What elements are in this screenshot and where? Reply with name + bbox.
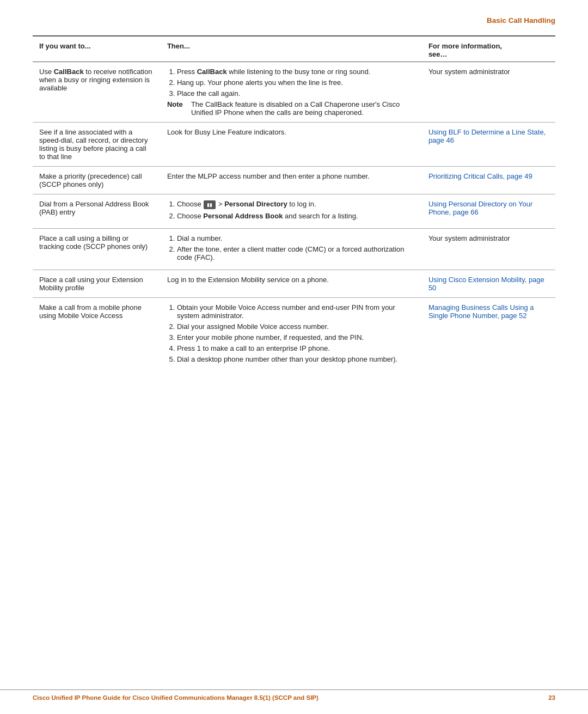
footer-page: 23 xyxy=(548,694,555,701)
table-row-see-4: Your system administrator xyxy=(422,228,555,270)
col-if-header: If you want to... xyxy=(33,36,161,62)
table-row-then-0: Press CallBack while listening to the bu… xyxy=(161,62,422,123)
col-more-header: For more information,see… xyxy=(422,36,555,62)
table-row-then-4: Dial a number.After the tone, enter a cl… xyxy=(161,228,422,270)
main-table: If you want to... Then... For more infor… xyxy=(33,35,555,371)
page-footer: Cisco Unified IP Phone Guide for Cisco U… xyxy=(0,689,588,701)
see-link-6[interactable]: Managing Business Calls Using a Single P… xyxy=(428,303,534,320)
table-row-if-2: Make a priority (precedence) call (SCCP … xyxy=(33,167,161,194)
table-row-see-3: Using Personal Directory on Your Phone, … xyxy=(422,194,555,229)
table-row-see-0: Your system administrator xyxy=(422,62,555,123)
see-link-2[interactable]: Prioritizing Critical Calls, page 49 xyxy=(428,172,532,180)
table-row-see-1: Using BLF to Determine a Line State, pag… xyxy=(422,123,555,167)
header-title: Basic Call Handling xyxy=(487,16,555,25)
table-row-if-3: Dial from a Personal Address Book (PAB) … xyxy=(33,194,161,229)
page: Basic Call Handling If you want to... Th… xyxy=(0,0,588,714)
see-link-3[interactable]: Using Personal Directory on Your Phone, … xyxy=(428,200,533,216)
table-row-then-5: Log in to the Extension Mobility service… xyxy=(161,270,422,297)
table-row-then-1: Look for Busy Line Feature indicators. xyxy=(161,123,422,167)
table-row-then-2: Enter the MLPP access number and then en… xyxy=(161,167,422,194)
table-row-if-6: Make a call from a mobile phone using Mo… xyxy=(33,297,161,371)
table-row-if-4: Place a call using a billing or tracking… xyxy=(33,228,161,270)
table-row-if-0: Use CallBack to receive notification whe… xyxy=(33,62,161,123)
table-row-see-2: Prioritizing Critical Calls, page 49 xyxy=(422,167,555,194)
table-row-then-3: Choose ▮▮ > Personal Directory to log in… xyxy=(161,194,422,229)
see-link-5[interactable]: Using Cisco Extension Mobility, page 50 xyxy=(428,276,544,292)
services-icon: ▮▮ xyxy=(204,200,216,209)
table-row-if-5: Place a call using your Extension Mobili… xyxy=(33,270,161,297)
table-row-then-6: Obtain your Mobile Voice Access number a… xyxy=(161,297,422,371)
table-row-see-5: Using Cisco Extension Mobility, page 50 xyxy=(422,270,555,297)
table-row-see-6: Managing Business Calls Using a Single P… xyxy=(422,297,555,371)
col-then-header: Then... xyxy=(161,36,422,62)
see-link-1[interactable]: Using BLF to Determine a Line State, pag… xyxy=(428,128,546,144)
table-row-if-1: See if a line associated with a speed-di… xyxy=(33,123,161,167)
footer-text: Cisco Unified IP Phone Guide for Cisco U… xyxy=(33,694,318,701)
page-header: Basic Call Handling xyxy=(33,16,555,25)
